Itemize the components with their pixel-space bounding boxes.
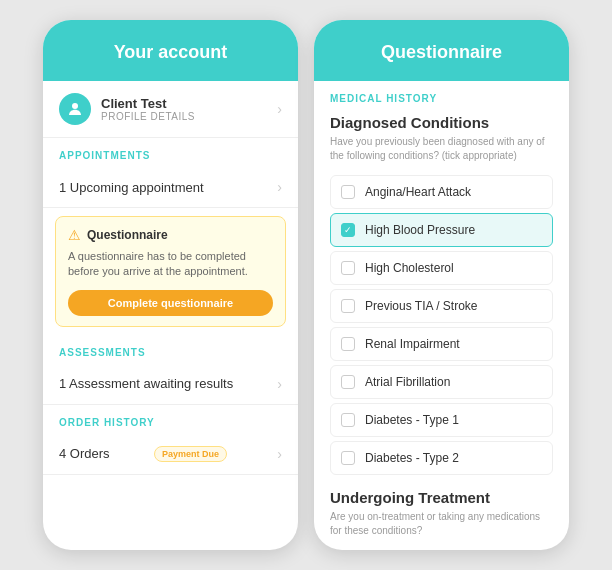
right-phone: Questionnaire MEDICAL HISTORY Diagnosed … bbox=[314, 20, 569, 550]
card-desc: A questionnaire has to be completed befo… bbox=[68, 249, 273, 280]
condition-item[interactable]: Diabetes - Type 2 bbox=[330, 441, 553, 475]
assessments-item[interactable]: 1 Assessment awaiting results › bbox=[43, 364, 298, 405]
conditions-list: Angina/Heart AttackHigh Blood PressureHi… bbox=[330, 175, 553, 475]
left-title: Your account bbox=[59, 42, 282, 63]
assessments-chevron: › bbox=[277, 376, 282, 392]
diagnosed-title: Diagnosed Conditions bbox=[330, 114, 553, 131]
undergoing-title: Undergoing Treatment bbox=[330, 489, 553, 506]
condition-checkbox[interactable] bbox=[341, 299, 355, 313]
appointments-label: APPOINTMENTS bbox=[43, 138, 298, 167]
profile-chevron: › bbox=[277, 101, 282, 117]
condition-item[interactable]: High Cholesterol bbox=[330, 251, 553, 285]
appointments-chevron: › bbox=[277, 179, 282, 195]
orders-chevron: › bbox=[277, 446, 282, 462]
card-header: ⚠ Questionnaire bbox=[68, 227, 273, 243]
assessments-label: ASSESSMENTS bbox=[43, 335, 298, 364]
condition-label: Angina/Heart Attack bbox=[365, 185, 471, 199]
diagnosed-desc: Have you previously been diagnosed with … bbox=[330, 135, 553, 163]
condition-label: High Blood Pressure bbox=[365, 223, 475, 237]
right-body: MEDICAL HISTORY Diagnosed Conditions Hav… bbox=[314, 81, 569, 550]
condition-checkbox[interactable] bbox=[341, 375, 355, 389]
condition-label: High Cholesterol bbox=[365, 261, 454, 275]
avatar bbox=[59, 93, 91, 125]
profile-sub: PROFILE DETAILS bbox=[101, 111, 195, 122]
orders-item[interactable]: 4 Orders Payment Due › bbox=[43, 434, 298, 475]
right-header: Questionnaire bbox=[314, 20, 569, 81]
orders-label: ORDER HISTORY bbox=[43, 405, 298, 434]
condition-checkbox[interactable] bbox=[341, 337, 355, 351]
profile-section[interactable]: Client Test PROFILE DETAILS › bbox=[43, 81, 298, 138]
condition-checkbox[interactable] bbox=[341, 261, 355, 275]
undergoing-desc: Are you on-treatment or taking any medic… bbox=[330, 510, 553, 538]
condition-checkbox[interactable] bbox=[341, 413, 355, 427]
condition-checkbox[interactable] bbox=[341, 185, 355, 199]
condition-label: Previous TIA / Stroke bbox=[365, 299, 478, 313]
profile-name: Client Test bbox=[101, 96, 195, 111]
condition-item[interactable]: Diabetes - Type 1 bbox=[330, 403, 553, 437]
left-header: Your account bbox=[43, 20, 298, 81]
condition-label: Renal Impairment bbox=[365, 337, 460, 351]
condition-item[interactable]: High Blood Pressure bbox=[330, 213, 553, 247]
left-phone: Your account Client Test PROFILE DETAILS… bbox=[43, 20, 298, 550]
condition-label: Atrial Fibrillation bbox=[365, 375, 450, 389]
condition-item[interactable]: Renal Impairment bbox=[330, 327, 553, 361]
questionnaire-card: ⚠ Questionnaire A questionnaire has to b… bbox=[55, 216, 286, 327]
card-title: Questionnaire bbox=[87, 228, 168, 242]
condition-checkbox[interactable] bbox=[341, 223, 355, 237]
right-title: Questionnaire bbox=[330, 42, 553, 63]
profile-info: Client Test PROFILE DETAILS bbox=[101, 96, 195, 122]
svg-point-0 bbox=[72, 103, 78, 109]
condition-item[interactable]: Angina/Heart Attack bbox=[330, 175, 553, 209]
left-body: Client Test PROFILE DETAILS › APPOINTMEN… bbox=[43, 81, 298, 550]
warning-icon: ⚠ bbox=[68, 227, 81, 243]
condition-item[interactable]: Atrial Fibrillation bbox=[330, 365, 553, 399]
condition-item[interactable]: Previous TIA / Stroke bbox=[330, 289, 553, 323]
medical-history-label: MEDICAL HISTORY bbox=[330, 93, 553, 104]
appointments-item[interactable]: 1 Upcoming appointment › bbox=[43, 167, 298, 208]
condition-checkbox[interactable] bbox=[341, 451, 355, 465]
orders-count: 4 Orders bbox=[59, 446, 110, 461]
payment-badge: Payment Due bbox=[154, 446, 227, 462]
condition-label: Diabetes - Type 1 bbox=[365, 413, 459, 427]
complete-questionnaire-button[interactable]: Complete questionnaire bbox=[68, 290, 273, 316]
condition-label: Diabetes - Type 2 bbox=[365, 451, 459, 465]
